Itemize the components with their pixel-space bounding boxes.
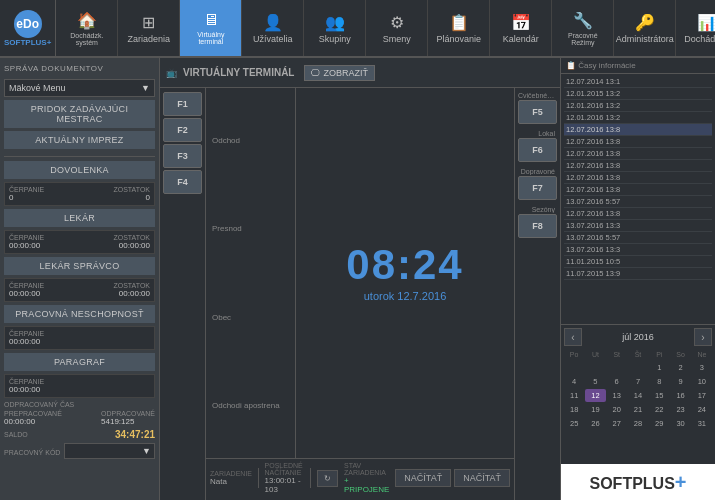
cal-header-ne: Ne [692,349,712,360]
cal-cell-17[interactable]: 17 [692,389,712,402]
cal-cell-19[interactable]: 19 [585,403,605,416]
cal-cell-7[interactable]: 7 [628,375,648,388]
monitor-icon: 🖵 [311,68,320,78]
lekar-button[interactable]: LEKÁR [4,209,155,227]
nav-item-virtualny[interactable]: 🖥 Virtuálnyterminál [180,0,242,56]
f8-button[interactable]: F8 [518,214,557,238]
cal-cell-4[interactable]: 4 [564,375,584,388]
main-layout: SPRÁVA DOKUMENTOV Mäkové Menu ▼ PRIDOK Z… [0,58,715,500]
cal-cell-18[interactable]: 18 [564,403,584,416]
stav-col: STAV ZARIADENIA + PRIPOJENE [344,462,389,494]
cal-cell-20[interactable]: 20 [607,403,627,416]
f7-button[interactable]: F7 [518,176,557,200]
odchodi-label: Odchodi apostrena [212,401,289,410]
cal-cell-21[interactable]: 21 [628,403,648,416]
dovolenka-button[interactable]: DOVOLENKA [4,161,155,179]
stav-label: STAV ZARIADENIA [344,462,389,476]
nav-item-dochadzka2[interactable]: 📊 Dochádzka [676,0,715,56]
cal-cell-28[interactable]: 28 [628,417,648,430]
f2-button[interactable]: F2 [163,118,202,142]
times-header-text: Časy informácie [578,61,635,70]
nav-label-dochadzka2: Dochádzka [684,34,715,44]
nav-item-pracovne[interactable]: 🔧 PracovnéRežimy [552,0,614,56]
dochadzka2-icon: 📊 [697,13,715,32]
cal-cell-29[interactable]: 29 [649,417,669,430]
time-val: 11.01.2015 10:5 [566,257,620,266]
cal-cell-9[interactable]: 9 [670,375,690,388]
cal-cell-3[interactable]: 3 [692,361,712,374]
cal-cell-23[interactable]: 23 [670,403,690,416]
cal-cell-8[interactable]: 8 [649,375,669,388]
sep2 [310,468,311,488]
aktualny-button[interactable]: AKTUÁLNY IMPREZ [4,131,155,149]
logo-area: eDo SOFTPLUS+ [0,0,56,56]
softplus-text: SOFTPLUS [589,475,674,492]
cal-cell-1[interactable]: 1 [649,361,669,374]
nav-item-skupiny[interactable]: 👥 Skupiny [304,0,366,56]
zobrazit-button[interactable]: 🖵 ZOBRAZIŤ [304,65,375,81]
pracovny-select[interactable]: ▼ [64,443,155,459]
cal-cell-12-today[interactable]: 12 [585,389,605,402]
cal-cell[interactable] [628,361,648,374]
cal-cell-27[interactable]: 27 [607,417,627,430]
lekar-spravco-button[interactable]: LEKÁR SPRÁVCO [4,257,155,275]
cal-cell-31[interactable]: 31 [692,417,712,430]
cal-cell-6[interactable]: 6 [607,375,627,388]
cal-header-st2: Št [628,349,648,360]
nav-item-dochadzka[interactable]: 🏠 Dochádzk.systém [56,0,118,56]
time-val: 12.07.2016 13:8 [566,149,620,158]
f3-button[interactable]: F3 [163,144,202,168]
cal-cell-15[interactable]: 15 [649,389,669,402]
nacitat-button1[interactable]: NAČÍTAŤ [395,469,451,487]
nav-label-pracovne: PracovnéRežimy [568,32,598,46]
f1-button[interactable]: F1 [163,92,202,116]
cal-cell-13[interactable]: 13 [607,389,627,402]
cal-cell-2[interactable]: 2 [670,361,690,374]
pracovna-button[interactable]: PRACOVNÁ NESCHOPNOSŤ [4,305,155,323]
zostatok-val2: 00:00:00 [119,241,150,250]
cal-cell-24[interactable]: 24 [692,403,712,416]
cal-prev-button[interactable]: ‹ [564,328,582,346]
cerpanie-val5: 00:00:00 [9,385,40,394]
cal-cell[interactable] [607,361,627,374]
cal-next-button[interactable]: › [694,328,712,346]
time-val: 12.07.2016 13:8 [566,161,620,170]
f4-button[interactable]: F4 [163,170,202,194]
cal-cell-25[interactable]: 25 [564,417,584,430]
menue-select[interactable]: Mäkové Menu ▼ [4,79,155,97]
cal-cell-16[interactable]: 16 [670,389,690,402]
nav-item-smeny[interactable]: ⚙ Smeny [366,0,428,56]
left-panel: SPRÁVA DOKUMENTOV Mäkové Menu ▼ PRIDOK Z… [0,58,160,500]
nav-item-admin[interactable]: 🔑 Administrátora [614,0,676,56]
cerpanie-label4: ČERPANIE [9,330,44,337]
posledne-label: POSLEDNÉ NAČÍTANIE [265,462,305,476]
paragraf-button[interactable]: PARAGRAF [4,353,155,371]
nav-item-kalendar[interactable]: 📅 Kalendár [490,0,552,56]
cal-cell-30[interactable]: 30 [670,417,690,430]
cal-cell-14[interactable]: 14 [628,389,648,402]
pridok-button[interactable]: PRIDOK ZADÁVAJÚCI MESTRAC [4,100,155,128]
uzivatelia-icon: 👤 [263,13,283,32]
calendar-area: ‹ júl 2016 › Po Ut St Št Pi So Ne 1 2 [561,324,715,464]
cerpanie-label2: ČERPANIE [9,234,44,241]
skupiny-icon: 👥 [325,13,345,32]
prepracovane-label: PREPRACOVANÉ [4,410,62,417]
vt-header: 📺 VIRTUÁLNY TERMINÁL 🖵 ZOBRAZIŤ [160,58,560,88]
nav-item-uzivatelia[interactable]: 👤 Užívatelia [242,0,304,56]
nav-item-zariadenia[interactable]: ⊞ Zariadenia [118,0,180,56]
times-info-icon: 📋 [566,61,576,70]
reload-button[interactable]: ↻ [317,470,338,487]
nacitat-button2[interactable]: NAČÍTAŤ [454,469,510,487]
cal-cell-26[interactable]: 26 [585,417,605,430]
cal-cell-11[interactable]: 11 [564,389,584,402]
nav-label-kalendar: Kalendár [503,34,539,44]
f5-button[interactable]: F5 [518,100,557,124]
cal-cell-5[interactable]: 5 [585,375,605,388]
time-val: 12.07.2016 13:8 [566,209,620,218]
nav-item-planovanie[interactable]: 📋 Plánovanie [428,0,490,56]
cal-cell-22[interactable]: 22 [649,403,669,416]
cal-cell[interactable] [585,361,605,374]
cal-cell[interactable] [564,361,584,374]
f6-button[interactable]: F6 [518,138,557,162]
cal-cell-10[interactable]: 10 [692,375,712,388]
